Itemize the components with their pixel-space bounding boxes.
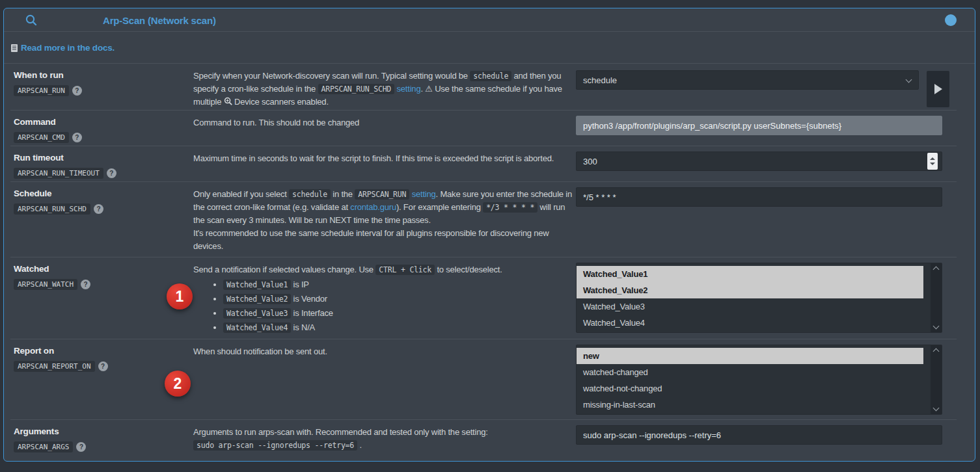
setting-row-watched: Watched ARPSCAN_WATCH ? Send a notificat… [4, 257, 975, 339]
help-icon[interactable]: ? [72, 86, 82, 96]
stepper-down-icon[interactable] [930, 163, 935, 165]
setting-label: Watched [14, 264, 189, 274]
select-option[interactable]: missing-in-last-scan [577, 397, 923, 413]
annotation-marker-2: 2 [165, 371, 191, 397]
select-option[interactable]: Watched_Value1 [577, 266, 923, 282]
run-now-button[interactable] [927, 71, 949, 107]
watched-multiselect[interactable]: Watched_Value1Watched_Value2Watched_Valu… [576, 263, 942, 333]
search-plus-icon [224, 96, 232, 109]
setting-code-badge: ARPSCAN_RUN_SCHD [14, 203, 90, 215]
select-value: schedule [583, 75, 617, 85]
panel-header: Arp-Scan (Network scan) [4, 8, 975, 32]
help-icon[interactable]: ? [94, 204, 103, 214]
inline-code: Watched_Value3 [223, 308, 291, 319]
setting-row-when-to-run: When to run ARPSCAN_RUN ? Specify when y… [4, 64, 975, 111]
inline-code: sudo arp-scan --ignoredups --retry=6 [193, 440, 357, 451]
scroll-up-icon[interactable] [933, 348, 940, 355]
list-item: Watched_Value4 is N/A [223, 321, 572, 335]
setting-code-badge: ARPSCAN_RUN_TIMEOUT [14, 168, 103, 179]
setting-code-badge: ARPSCAN_CMD [14, 132, 69, 143]
select-option[interactable]: watched-not-changed [577, 380, 923, 397]
command-input[interactable] [576, 116, 942, 135]
when-to-run-select[interactable]: schedule [576, 70, 919, 90]
setting-description: Maximum time in seconds to wait for the … [193, 152, 572, 165]
inline-code: */3 * * * * [483, 202, 538, 213]
annotation-marker-1: 1 [167, 283, 193, 309]
list-item: Watched_Value2 is Vendor [223, 292, 572, 306]
play-icon [934, 84, 942, 94]
inline-code: ARPSCAN_RUN [355, 189, 409, 200]
number-stepper[interactable] [927, 153, 938, 170]
link[interactable]: setting [412, 189, 436, 199]
setting-description: Command to run. This should not be chang… [193, 116, 572, 129]
docs-link[interactable]: Read more in the docs. [10, 43, 115, 53]
search-icon[interactable] [25, 14, 38, 27]
schedule-input[interactable] [576, 187, 942, 207]
inline-code: ARPSCAN_RUN_SCHD [318, 84, 395, 94]
help-icon[interactable]: ? [76, 442, 86, 452]
status-dot [945, 14, 957, 26]
scroll-down-icon[interactable] [933, 323, 940, 330]
setting-label: When to run [14, 70, 189, 80]
inline-code: Watched_Value4 [223, 322, 291, 333]
inline-code: CTRL + Click [375, 265, 435, 275]
setting-description: When should notification be sent out. [193, 345, 572, 358]
link[interactable]: setting [397, 84, 421, 94]
setting-row-report-on: Report on ARPSCAN_REPORT_ON ? When shoul… [4, 339, 975, 420]
help-icon[interactable]: ? [72, 133, 82, 142]
list-item: Watched_Value1 is IP [223, 278, 572, 292]
scrollbar[interactable] [931, 263, 942, 332]
setting-row-run-timeout: Run timeout ARPSCAN_RUN_TIMEOUT ? Maximu… [4, 146, 975, 182]
setting-label: Report on [14, 346, 189, 356]
setting-description: Arguments to run arps-scan with. Recomme… [193, 426, 572, 452]
chevron-down-icon [906, 77, 912, 83]
link[interactable]: crontab.guru [350, 202, 396, 212]
inline-code: schedule [289, 189, 331, 200]
help-icon[interactable]: ? [81, 280, 90, 289]
scroll-up-icon[interactable] [933, 267, 940, 273]
select-option[interactable]: new [577, 348, 923, 364]
inline-code: Watched_Value2 [223, 294, 291, 304]
book-icon [10, 44, 18, 53]
page-title: Arp-Scan (Network scan) [103, 15, 216, 26]
setting-code-badge: ARPSCAN_RUN [14, 85, 69, 96]
setting-description: Only enabled if you select schedule in t… [193, 188, 572, 253]
arguments-input[interactable] [576, 425, 942, 445]
select-option[interactable]: watched-changed [577, 364, 923, 380]
select-option[interactable]: Watched_Value2 [577, 282, 923, 298]
setting-row-schedule: Schedule ARPSCAN_RUN_SCHD ? Only enabled… [4, 182, 975, 257]
setting-label: Command [14, 117, 189, 127]
inline-code: Watched_Value1 [223, 280, 291, 290]
docs-link-label: Read more in the docs. [21, 43, 115, 53]
watched-values-list: Watched_Value1 is IP Watched_Value2 is V… [193, 278, 572, 335]
scroll-down-icon[interactable] [933, 405, 940, 412]
stepper-up-icon[interactable] [930, 157, 935, 160]
docs-row: Read more in the docs. [4, 32, 975, 64]
inline-code: schedule [470, 71, 511, 81]
help-icon[interactable]: ? [107, 168, 116, 178]
setting-code-badge: ARPSCAN_WATCH [14, 279, 77, 290]
scrollbar[interactable] [931, 345, 942, 414]
watched-description-intro: Send a notification if selected values c… [193, 263, 572, 276]
report-on-multiselect[interactable]: newwatched-changedwatched-not-changedmis… [576, 345, 942, 415]
setting-row-command: Command ARPSCAN_CMD ? Command to run. Th… [4, 111, 975, 146]
select-option[interactable]: Watched_Value4 [577, 315, 923, 331]
setting-label: Run timeout [14, 153, 189, 163]
plugin-settings-panel: Arp-Scan (Network scan) Read more in the… [3, 8, 975, 462]
setting-label: Arguments [14, 426, 189, 436]
list-item: Watched_Value3 is Interface [223, 306, 572, 321]
select-option[interactable]: Watched_Value3 [577, 298, 923, 315]
setting-description: Send a notification if selected values c… [193, 263, 572, 335]
help-icon[interactable]: ? [98, 361, 108, 371]
warning-icon: ⚠ [425, 83, 432, 96]
setting-code-badge: ARPSCAN_REPORT_ON [14, 361, 95, 372]
setting-row-arguments: Arguments ARPSCAN_ARGS ? Arguments to ru… [4, 420, 975, 456]
run-timeout-input[interactable] [576, 151, 942, 171]
setting-description: Specify when your Network-discovery scan… [193, 70, 572, 109]
setting-label: Schedule [14, 189, 189, 198]
setting-code-badge: ARPSCAN_ARGS [14, 441, 73, 452]
